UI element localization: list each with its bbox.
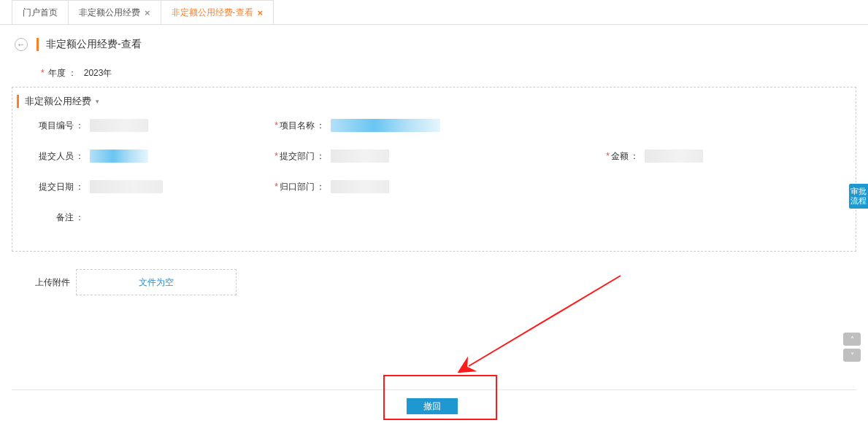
tab-home[interactable]: 门户首页 <box>12 0 69 24</box>
amount-value <box>645 150 703 163</box>
panel-header[interactable]: 非定额公用经费 ▾ <box>12 88 856 114</box>
page-header: ← 非定额公用经费-查看 <box>0 25 868 61</box>
project-name-label: 项目名称 <box>280 120 315 131</box>
project-name-value <box>331 119 440 132</box>
submit-dept-label: 提交部门 <box>280 151 315 161</box>
form-area: 项目编号： *项目名称： 提交人员： *提交部门： *金额： <box>12 114 856 251</box>
tab-bar: 门户首页 非定额公用经费 × 非定额公用经费-查看 × <box>0 0 868 25</box>
submit-dept-value <box>331 150 389 163</box>
close-icon[interactable]: × <box>258 7 264 18</box>
close-icon[interactable]: × <box>145 7 150 18</box>
submit-date-label: 提交日期 <box>39 182 74 192</box>
chevron-down-icon: ▾ <box>96 98 99 105</box>
year-field: * 年度 ： 2023年 <box>0 67 868 79</box>
fund-panel: 非定额公用经费 ▾ 项目编号： *项目名称： 提交人员： *提交部门： <box>12 87 856 252</box>
scroll-up-button[interactable]: ˄ <box>843 333 861 346</box>
withdraw-button[interactable]: 撤回 <box>407 398 458 414</box>
tab-fund-view[interactable]: 非定额公用经费-查看 × <box>161 0 274 24</box>
upload-row: 上传附件 文件为空 <box>26 269 868 295</box>
tab-fund-view-label: 非定额公用经费-查看 <box>172 7 253 19</box>
back-button[interactable]: ← <box>15 38 28 51</box>
panel-title: 非定额公用经费 <box>25 95 91 108</box>
chevron-up-icon: ˄ <box>850 335 854 344</box>
owner-dept-value <box>331 180 389 193</box>
upload-empty-text: 文件为空 <box>139 276 174 289</box>
scroll-buttons: ˄ ˅ <box>843 333 861 365</box>
remark-label: 备注 <box>56 212 74 222</box>
scroll-down-button[interactable]: ˅ <box>843 349 861 362</box>
year-label: 年度 <box>48 68 66 78</box>
owner-dept-label: 归口部门 <box>280 182 315 192</box>
tab-fund[interactable]: 非定额公用经费 × <box>68 0 161 24</box>
upload-box[interactable]: 文件为空 <box>76 269 237 295</box>
project-no-label: 项目编号 <box>39 120 74 131</box>
arrow-left-icon: ← <box>17 39 26 50</box>
bottom-divider <box>12 389 856 390</box>
project-no-value <box>90 119 148 132</box>
chevron-down-icon: ˅ <box>850 352 854 360</box>
approval-flow-button[interactable]: 审批流程 <box>849 184 868 209</box>
year-value: 2023年 <box>84 68 112 78</box>
amount-label: 金额 <box>611 151 629 161</box>
tab-fund-label: 非定额公用经费 <box>79 7 140 19</box>
submit-date-value <box>90 180 163 193</box>
required-mark: * <box>41 68 45 78</box>
page-title: 非定额公用经费-查看 <box>37 38 142 51</box>
approval-flow-label: 审批流程 <box>850 187 867 206</box>
upload-label: 上传附件 <box>26 276 70 289</box>
colon: ： <box>68 68 77 78</box>
submitter-value <box>90 150 148 163</box>
tab-home-label: 门户首页 <box>23 7 58 19</box>
submitter-label: 提交人员 <box>39 151 74 161</box>
